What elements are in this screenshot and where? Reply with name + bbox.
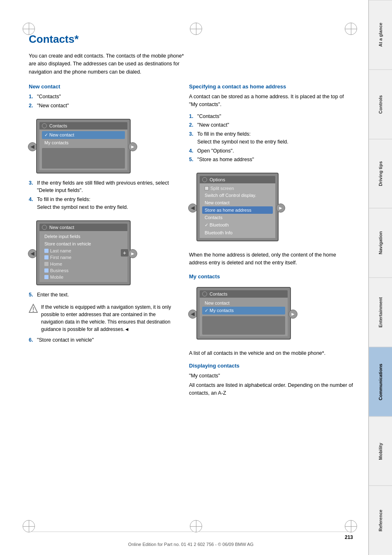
opt-bluetooth[interactable]: ✓ Bluetooth: [202, 221, 273, 229]
tab-at-a-glance[interactable]: At a glance: [369, 0, 392, 69]
nav-right-arrow-3[interactable]: ►: [276, 204, 285, 213]
screen-mycontacts: Contacts New contact ✓ My contacts: [196, 287, 291, 340]
screen-options: Options Split screen Switch off Control …: [196, 173, 279, 241]
plus-button[interactable]: +: [121, 249, 128, 257]
step-3: 3. If the entry fields are still filled …: [29, 179, 177, 195]
screen-body-options: Split screen Switch off Control display.…: [200, 183, 275, 238]
screen-newcontact: New contact Delete input fields Store co…: [36, 220, 131, 285]
tab-controls[interactable]: Controls: [369, 69, 392, 139]
two-column-layout: New contact 1. "Contacts" 2. "New contac…: [29, 83, 353, 397]
home-address-heading: Specifying a contact as home address: [189, 83, 353, 90]
ha-step-1: 1. "Contacts": [189, 113, 353, 120]
step-1: 1. "Contacts": [29, 93, 177, 101]
screen-title-options: Options: [200, 176, 275, 183]
ha-step-5: 5. "Store as home address": [189, 156, 353, 164]
opt-new-contact[interactable]: New contact: [202, 199, 273, 206]
menu-store-contact[interactable]: Store contact in vehicle: [42, 240, 125, 247]
screen-mock-options: ◄ Options Split screen Switch off Contro…: [196, 169, 279, 247]
step-6: 6. "Store contact in vehicle": [29, 336, 177, 344]
opt-bluetooth-info[interactable]: Bluetooth Info: [202, 229, 273, 236]
displaying-contacts-heading: Displaying contacts: [189, 363, 353, 369]
mc-new-contact[interactable]: New contact: [202, 299, 285, 307]
displaying-contacts-text2: All contacts are listed in alphabetical …: [189, 382, 353, 397]
field-icon-firstname: [44, 255, 48, 259]
screen-contacts: Contacts ✓ New contact My contacts: [36, 119, 131, 173]
screen-body-mycontacts: New contact ✓ My contacts: [200, 298, 288, 336]
tab-entertainment[interactable]: Entertainment: [369, 278, 392, 347]
screen-mock-newcontact: ◄ New contact Delete input fields Store …: [36, 216, 131, 291]
field-icon-mobile: [44, 275, 48, 279]
field-home[interactable]: Home: [42, 261, 125, 267]
screen-mock-mycontacts: ◄ Contacts New contact ✓ My contacts ►: [196, 283, 291, 345]
options-icon: [202, 177, 207, 182]
page-footer: 213 Online Edition for Part no. 01 41 2 …: [29, 532, 353, 547]
intro-paragraph: You can create and edit contacts. The co…: [29, 52, 185, 76]
note-text: If the vehicle is equipped with a naviga…: [41, 303, 177, 333]
field-firstname[interactable]: First name: [42, 254, 125, 261]
field-business[interactable]: Business: [42, 267, 125, 274]
nav-back-arrow-2[interactable]: ◄: [28, 249, 37, 258]
sidebar-tabs: At a glance Controls Driving tips Naviga…: [368, 0, 392, 555]
opt-switch-off[interactable]: Switch off Control display.: [202, 192, 273, 199]
step-5: 5. Enter the text.: [29, 291, 177, 299]
nav-back-arrow-4[interactable]: ◄: [188, 310, 197, 319]
new-contact-steps-3: 5. Enter the text.: [29, 291, 177, 299]
tab-communications[interactable]: Communications: [369, 347, 392, 416]
my-contacts-after-text: A list of all contacts in the vehicle an…: [189, 349, 353, 357]
my-contacts-heading: My contacts: [189, 273, 353, 280]
right-column: Specifying a contact as home address A c…: [189, 83, 353, 397]
nav-right-arrow-2[interactable]: ►: [128, 249, 137, 258]
page-title: Contacts*: [29, 33, 353, 46]
opt-contacts[interactable]: Contacts: [202, 214, 273, 221]
ha-step-2: 2. "New contact": [189, 121, 353, 129]
menu-my-contacts[interactable]: My contacts: [42, 139, 125, 146]
new-contact-steps-1: 1. "Contacts" 2. "New contact": [29, 93, 177, 110]
field-icon-business: [44, 268, 48, 273]
map-preview-2: [202, 316, 285, 335]
opt-store-home[interactable]: Store as home address: [202, 206, 273, 214]
screen-body-contacts: ✓ New contact My contacts: [39, 130, 127, 170]
field-icon-home: [44, 262, 48, 266]
nav-back-arrow-1[interactable]: ◄: [28, 142, 37, 151]
tab-reference[interactable]: Reference: [369, 486, 392, 555]
screen-mock-contacts: ◄ Contacts ✓ New contact My contacts ►: [36, 115, 131, 179]
note-box: If the vehicle is equipped with a naviga…: [29, 303, 177, 333]
checkbox-split: [205, 186, 209, 190]
nav-right-arrow-4[interactable]: ►: [288, 310, 297, 319]
screen-title-newcontact: New contact: [39, 224, 127, 231]
menu-new-contact[interactable]: ✓ New contact: [42, 131, 125, 139]
screen-body-newcontact: Delete input fields Store contact in veh…: [39, 231, 127, 282]
tab-mobility[interactable]: Mobility: [369, 416, 392, 486]
menu-delete-fields[interactable]: Delete input fields: [42, 233, 125, 240]
contacts-icon: [42, 123, 47, 128]
field-mobile[interactable]: Mobile: [42, 274, 125, 280]
nav-back-arrow-3[interactable]: ◄: [188, 204, 197, 213]
newcontact-icon: [42, 225, 47, 230]
ha-step-3: 3. To fill in the entry fields:Select th…: [189, 130, 353, 146]
displaying-contacts-text1: "My contacts": [189, 372, 353, 380]
tab-navigation[interactable]: Navigation: [369, 208, 392, 278]
step-4: 4. To fill in the entry fields:Select th…: [29, 196, 177, 211]
new-contact-steps-4: 6. "Store contact in vehicle": [29, 336, 177, 344]
svg-point-2: [33, 311, 34, 312]
field-lastname[interactable]: Last name: [42, 247, 125, 254]
field-icon-lastname: [44, 249, 48, 253]
step-2: 2. "New contact": [29, 102, 177, 110]
nav-right-arrow-1[interactable]: ►: [128, 142, 137, 151]
mycontacts-icon: [202, 291, 207, 296]
home-address-steps: 1. "Contacts" 2. "New contact" 3. To fil…: [189, 113, 353, 164]
screen-title-mycontacts: Contacts: [200, 290, 288, 298]
footer-text: Online Edition for Part no. 01 41 2 602 …: [29, 542, 353, 547]
main-content: Contacts* You can create and edit contac…: [29, 25, 353, 530]
ha-step-4: 4. Open "Options".: [189, 147, 353, 155]
page-number: 213: [29, 534, 353, 540]
left-column: New contact 1. "Contacts" 2. "New contac…: [29, 83, 177, 397]
opt-split-screen[interactable]: Split screen: [202, 185, 273, 192]
home-address-intro: A contact can be stored as a home addres…: [189, 93, 353, 109]
note-triangle-icon: [29, 304, 38, 313]
new-contact-steps-2: 3. If the entry fields are still filled …: [29, 179, 177, 211]
screen-title-contacts: Contacts: [39, 122, 127, 130]
tab-driving-tips[interactable]: Driving tips: [369, 139, 392, 208]
home-address-after-text: When the home address is deleted, only t…: [189, 251, 353, 267]
mc-my-contacts[interactable]: ✓ My contacts: [202, 307, 285, 314]
